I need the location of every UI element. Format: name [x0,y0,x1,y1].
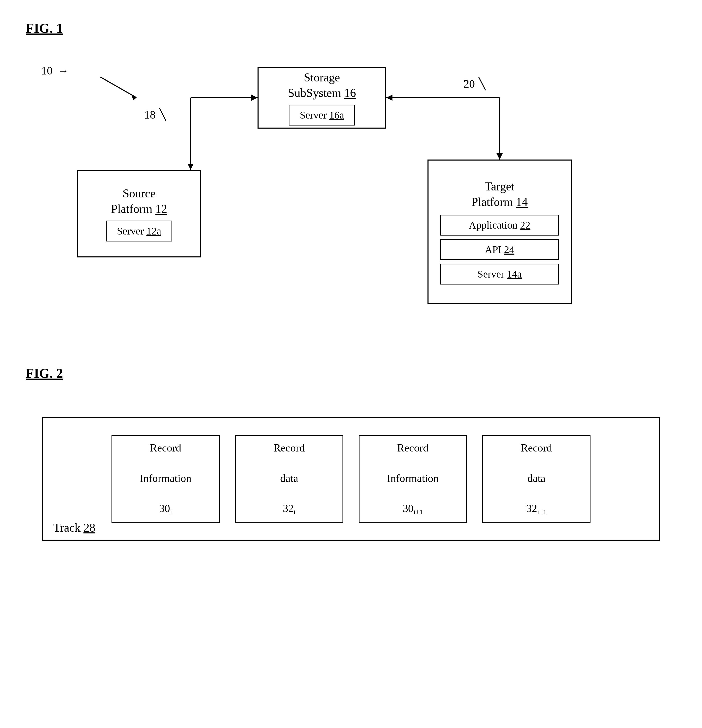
record-info-2-box: Record Information 30i+1 [359,435,467,523]
svg-line-0 [101,77,137,98]
record-data-2-box: Record data 32i+1 [482,435,591,523]
fig2-label: FIG. 2 [26,366,63,381]
ref10-label: 10 → [41,64,69,77]
storage-server-box: Server 16a [289,105,355,126]
target-api-box: API 24 [440,239,559,260]
target-title: Target Platform 14 [471,179,528,210]
track-box: Record Information 30i Record data 32i [42,417,660,541]
storage-subsystem-box: Storage SubSystem 16 Server 16a [258,67,386,129]
svg-marker-1 [131,95,137,100]
source-server-box: Server 12a [106,221,172,241]
record-info-1-box: Record Information 30i [111,435,220,523]
fig1-section: FIG. 1 [26,21,676,335]
source-platform-box: Source Platform 12 Server 12a [77,170,201,257]
fig2-section: FIG. 2 Record Information 30i Record dat… [26,366,676,541]
svg-marker-8 [251,95,258,101]
fig1-label: FIG. 1 [26,21,63,36]
svg-marker-7 [496,153,503,159]
target-platform-box: Target Platform 14 Application 22 API 24… [428,159,572,304]
target-server-box: Server 14a [440,264,559,285]
source-title: Source Platform 12 [111,186,167,217]
svg-marker-4 [187,164,194,170]
track-label: Track 28 [53,521,95,534]
svg-marker-9 [386,95,392,101]
track-inner-content: Record Information 30i Record data 32i [43,418,659,540]
target-application-box: Application 22 [440,215,559,235]
record-data-1-box: Record data 32i [235,435,343,523]
ref20-label: 20 ╲ [464,77,486,91]
fig2-diagram: Record Information 30i Record data 32i [26,417,676,541]
storage-title: Storage SubSystem 16 [288,70,356,101]
fig1-diagram: 10 → 18 ╲ 20 ╲ Storage SubSystem 16 Serv… [26,51,676,335]
ref18-label: 18 ╲ [144,108,166,121]
